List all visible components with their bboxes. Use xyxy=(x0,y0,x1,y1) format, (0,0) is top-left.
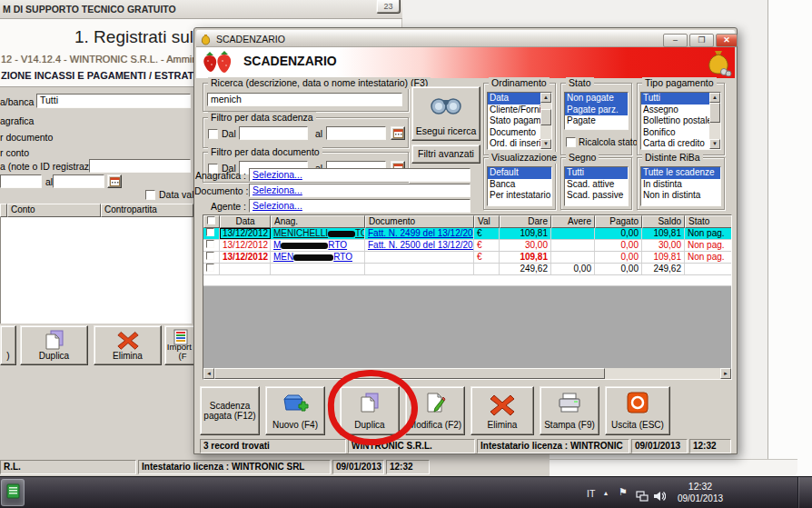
cell-anag[interactable]: MENICHELLITO xyxy=(271,228,365,239)
tray-expand-icon[interactable]: ▴ xyxy=(604,489,608,497)
tipo-pagamento-listbox[interactable]: Tutti Assegno Bollettino postale Bonific… xyxy=(640,92,721,150)
stampa-button[interactable]: Stampa (F9) xyxy=(540,386,599,435)
select-all-cell[interactable] xyxy=(203,215,220,228)
minimize-button[interactable]: – xyxy=(663,34,688,47)
list-item[interactable]: Non pagate xyxy=(565,93,628,105)
esegui-ricerca-button[interactable]: Esegui ricerca xyxy=(411,86,480,141)
anag-link[interactable]: M xyxy=(273,240,281,250)
cell-documento[interactable]: Fatt. N. 2499 del 13/12/2012 xyxy=(365,228,474,239)
bg-col-contropartita[interactable]: Contropartita xyxy=(101,204,193,217)
note-field[interactable] xyxy=(89,159,191,173)
scadenza-from-field[interactable] xyxy=(239,126,308,140)
table-row[interactable]: 13/12/2012 MENRTO € 109,81 0,00 109,81 N… xyxy=(203,252,731,264)
list-item[interactable]: In distinta xyxy=(641,179,720,191)
scroll-right-icon[interactable]: ► xyxy=(720,368,731,379)
list-item[interactable]: Scad. passive xyxy=(565,190,628,202)
network-icon[interactable] xyxy=(636,489,649,505)
list-item[interactable]: Tutti xyxy=(565,167,628,179)
list-item[interactable]: Bonifico xyxy=(641,127,720,139)
scroll-thumb[interactable] xyxy=(214,368,605,379)
anag-link[interactable]: MEN xyxy=(273,252,293,262)
anag-link[interactable]: RTO xyxy=(333,252,352,262)
agente-field[interactable]: Seleziona... xyxy=(249,199,470,213)
cell-anag[interactable]: MRTO xyxy=(271,240,365,251)
maximize-button[interactable]: ❐ xyxy=(689,34,714,47)
list-item[interactable]: Pagate parz. xyxy=(565,105,628,116)
row-checkbox[interactable] xyxy=(206,228,214,236)
agente-seleziona-link[interactable]: Seleziona... xyxy=(253,200,302,211)
scadenza-to-field[interactable] xyxy=(326,126,386,140)
visualizzazione-listbox[interactable]: Default Banca Per intestatario xyxy=(487,166,552,206)
anagrafica-seleziona-link[interactable]: Seleziona... xyxy=(253,169,302,180)
background-window-titlebar[interactable]: M DI SUPPORTO TECNICO GRATUITO xyxy=(0,0,402,19)
list-item[interactable]: Pagate xyxy=(565,115,628,127)
list-item[interactable]: Assegno xyxy=(641,105,720,116)
scadenza-pagata-button[interactable]: Scadenza pagata (F12) xyxy=(200,386,260,435)
elimina-button[interactable]: Elimina xyxy=(470,386,534,435)
anag-link[interactable]: TO xyxy=(355,228,365,238)
volume-icon[interactable] xyxy=(653,489,666,505)
list-item[interactable]: Default xyxy=(488,167,551,179)
scadenza-calendar-button[interactable] xyxy=(391,126,405,140)
close-button[interactable]: ✕ xyxy=(716,34,738,47)
taskbar-app-button[interactable] xyxy=(1,479,25,506)
bg-date-from-field[interactable] xyxy=(0,174,42,188)
scrollbar[interactable]: ▲ ▼ xyxy=(540,93,551,149)
background-close-button[interactable]: 23 xyxy=(376,0,401,14)
table-row[interactable]: 13/12/2012 MRTO Fatt. N. 2500 del 13/12/… xyxy=(203,240,731,252)
anag-link[interactable]: MENICHELLI xyxy=(273,228,328,238)
segno-listbox[interactable]: Tutti Scad. attive Scad. passive xyxy=(564,166,629,206)
row-checkbox-cell[interactable] xyxy=(203,252,220,263)
list-item[interactable]: Scad. attive xyxy=(565,179,628,191)
list-item[interactable]: Carta di credito xyxy=(641,138,720,150)
nuovo-button[interactable]: Nuovo (F4) xyxy=(265,386,325,435)
scroll-down-icon[interactable]: ▼ xyxy=(709,139,720,149)
stato-listbox[interactable]: Non pagate Pagate parz. Pagate xyxy=(564,92,629,130)
col-pagato[interactable]: Pagato xyxy=(595,215,642,228)
col-documento[interactable]: Documento xyxy=(365,215,474,228)
documento-link[interactable]: Fatt. N. 2499 del 13/12/2012 xyxy=(368,228,474,238)
data-valuta-checkbox[interactable] xyxy=(145,190,155,200)
bg-col-conto[interactable]: Conto xyxy=(7,204,101,217)
list-item[interactable]: Non in distinta xyxy=(641,190,720,202)
row-checkbox[interactable] xyxy=(206,240,214,248)
anag-link[interactable]: RTO xyxy=(328,240,347,250)
clock[interactable]: 12:32 09/01/2013 xyxy=(669,480,731,504)
action-center-flag-icon[interactable]: ⚑ xyxy=(619,486,628,498)
col-anag[interactable]: Anag. xyxy=(271,215,365,228)
scroll-left-icon[interactable]: ◄ xyxy=(203,368,214,379)
distinte-riba-listbox[interactable]: Tutte le scadenze In distinta Non in dis… xyxy=(640,166,721,206)
anagrafica-field[interactable]: Seleziona... xyxy=(249,168,470,182)
modifica-button[interactable]: Modifica (F2) xyxy=(405,386,465,435)
col-dare[interactable]: Dare xyxy=(500,215,551,228)
dialog-titlebar[interactable]: SCADENZARIO – ❐ ✕ xyxy=(196,30,735,47)
ordinamento-listbox[interactable]: Data Cliente/Fornitore Stato pagamento D… xyxy=(487,92,552,150)
filtri-avanzati-button[interactable]: Filtri avanzati xyxy=(411,144,480,164)
ricalcola-stato-checkbox[interactable] xyxy=(566,137,576,147)
list-item[interactable]: Bollettino postale xyxy=(641,115,720,127)
documento-link[interactable]: Fatt. N. 2500 del 13/12/2012 xyxy=(368,240,474,250)
bg-elimina-button[interactable]: Elimina xyxy=(94,325,162,365)
cell-anag[interactable]: MENRTO xyxy=(271,252,365,263)
scroll-up-icon[interactable]: ▲ xyxy=(709,93,720,103)
row-checkbox[interactable] xyxy=(206,252,214,260)
col-stato[interactable]: Stato xyxy=(685,215,731,228)
col-data[interactable]: Data xyxy=(220,215,271,228)
language-indicator[interactable]: IT xyxy=(587,488,595,499)
show-desktop-button[interactable] xyxy=(797,477,812,508)
bg-duplica-button[interactable]: Duplica xyxy=(20,325,88,365)
list-item[interactable]: Banca xyxy=(488,179,551,191)
scrollbar[interactable]: ▲ ▼ xyxy=(709,93,720,149)
scadenza-dal-checkbox[interactable] xyxy=(208,129,218,139)
cell-documento[interactable] xyxy=(365,252,474,263)
list-item[interactable]: Tutti xyxy=(641,93,720,105)
cassa-banca-field[interactable]: Tutti xyxy=(36,94,191,108)
list-item[interactable]: Per intestatario xyxy=(488,190,551,202)
duplica-button[interactable]: Duplica xyxy=(340,386,400,435)
bg-partial-button[interactable]: ) xyxy=(0,325,16,365)
list-item[interactable]: Tutte le scadenze xyxy=(641,167,720,179)
scroll-down-icon[interactable]: ▼ xyxy=(540,139,551,149)
bg-date-to-field[interactable] xyxy=(53,174,104,188)
table-row[interactable]: 13/12/2012 MENICHELLITO Fatt. N. 2499 de… xyxy=(203,228,731,240)
scroll-thumb[interactable] xyxy=(540,109,551,125)
